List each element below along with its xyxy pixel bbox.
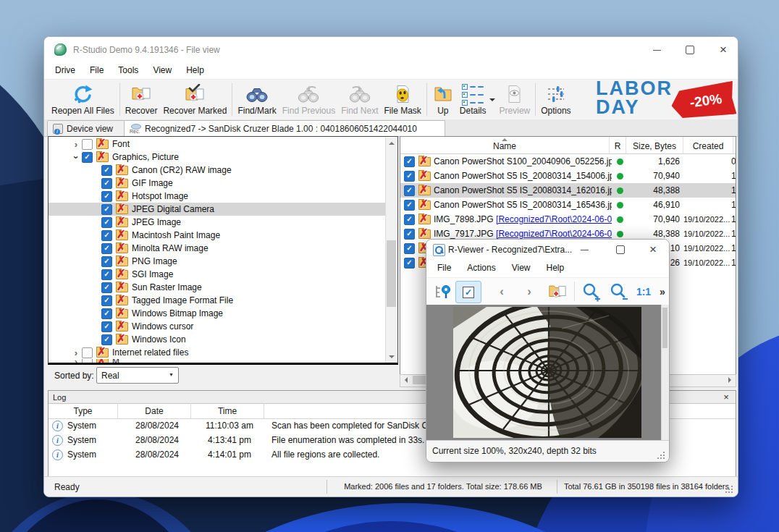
tree-checkbox[interactable] bbox=[101, 295, 112, 306]
column-name[interactable]: Name bbox=[400, 137, 610, 153]
tab-recognized[interactable]: Recognized7 -> SanDisk Cruzer Blade 1.00… bbox=[124, 120, 445, 136]
options-button[interactable]: Options bbox=[538, 83, 573, 117]
log-column-type[interactable]: Type bbox=[49, 403, 118, 418]
tree-item[interactable]: Minolta RAW image bbox=[49, 242, 385, 255]
log-close-icon[interactable]: × bbox=[720, 392, 732, 402]
tree-checkbox[interactable] bbox=[101, 165, 112, 176]
column-r[interactable]: R bbox=[610, 137, 626, 153]
file-checkbox[interactable] bbox=[404, 258, 415, 269]
tree-checkbox[interactable] bbox=[101, 269, 112, 280]
close-button[interactable] bbox=[712, 41, 735, 59]
file-row[interactable]: Canon PowerShot S5 IS_20080314_162016.jp… bbox=[400, 183, 736, 198]
log-column-time[interactable]: Time bbox=[191, 403, 264, 418]
recover-marked-button[interactable]: Recover Marked bbox=[160, 83, 230, 117]
tree-item[interactable]: Macintosh Paint Image bbox=[49, 229, 385, 242]
tree-item[interactable]: Internet related files bbox=[49, 346, 385, 359]
file-row[interactable]: IMG_7898.JPG [Recognized7\Root\2024-06-0… bbox=[400, 212, 736, 227]
viewer-recover-button[interactable] bbox=[545, 281, 570, 302]
file-checkbox[interactable] bbox=[404, 171, 415, 182]
tree-checkbox[interactable] bbox=[101, 243, 112, 254]
viewer-menu-help[interactable]: Help bbox=[539, 259, 573, 277]
tree-checkbox[interactable] bbox=[101, 308, 112, 319]
up-button[interactable]: Up bbox=[429, 83, 457, 117]
menu-drive[interactable]: Drive bbox=[48, 63, 83, 79]
menu-file[interactable]: File bbox=[83, 63, 111, 79]
mark-file-button[interactable] bbox=[455, 281, 481, 303]
file-checkbox[interactable] bbox=[404, 243, 415, 254]
tree-checkbox[interactable] bbox=[101, 256, 112, 267]
viewer-resize-grip[interactable] bbox=[663, 457, 665, 459]
tree-item[interactable]: JPEG Digital Camera bbox=[49, 203, 385, 216]
viewer-menu-view[interactable]: View bbox=[504, 259, 539, 277]
maximize-button[interactable] bbox=[678, 41, 702, 59]
tree-item[interactable]: GIF Image bbox=[49, 177, 385, 190]
preview-button[interactable]: Preview bbox=[497, 83, 534, 117]
viewer-image-scrollbar[interactable] bbox=[661, 305, 669, 440]
tree-scrollbar[interactable] bbox=[385, 138, 397, 363]
menu-view[interactable]: View bbox=[146, 63, 179, 79]
tree-item[interactable]: PNG Image bbox=[49, 255, 385, 268]
details-button[interactable]: Details bbox=[457, 83, 489, 117]
tree-checkbox[interactable] bbox=[82, 139, 93, 150]
find-mark-button[interactable]: Find/Mark bbox=[235, 83, 279, 117]
tree-checkbox[interactable] bbox=[82, 359, 93, 363]
column-created[interactable]: Created bbox=[683, 137, 733, 153]
tree-checkbox[interactable] bbox=[101, 178, 112, 189]
viewer-image-scrollbar-thumb[interactable] bbox=[662, 308, 668, 348]
more-buttons-chevron[interactable]: » bbox=[657, 281, 668, 302]
tree-checkbox[interactable] bbox=[101, 334, 112, 345]
chevron-icon[interactable] bbox=[70, 359, 82, 363]
chevron-icon[interactable] bbox=[71, 151, 82, 163]
tree-checkbox[interactable] bbox=[101, 282, 112, 293]
tree-item[interactable]: Windows Icon bbox=[49, 333, 385, 346]
tree-item[interactable]: Hotspot Image bbox=[49, 190, 385, 203]
file-checkbox[interactable] bbox=[404, 214, 415, 225]
recover-button[interactable]: Recover bbox=[122, 83, 161, 117]
scroll-left-arrow[interactable] bbox=[400, 375, 411, 385]
sorted-by-dropdown[interactable]: Real bbox=[96, 367, 179, 384]
tree-item[interactable]: Font bbox=[49, 138, 385, 151]
tree-item[interactable]: Windows cursor bbox=[49, 320, 385, 333]
file-checkbox[interactable] bbox=[404, 156, 415, 167]
tab-device-view[interactable]: Device view bbox=[47, 120, 128, 136]
tree-checkbox[interactable] bbox=[101, 230, 112, 241]
minimize-button[interactable] bbox=[645, 41, 668, 59]
tree-checkbox[interactable] bbox=[101, 321, 112, 332]
tree-checkbox[interactable] bbox=[82, 152, 93, 163]
mark-position-button[interactable] bbox=[432, 281, 454, 302]
viewer-close-button[interactable] bbox=[644, 242, 662, 258]
zoom-out-button[interactable] bbox=[607, 281, 631, 302]
file-checkbox[interactable] bbox=[404, 185, 415, 196]
viewer-menu-actions[interactable]: Actions bbox=[459, 259, 503, 277]
details-dropdown-caret[interactable] bbox=[489, 98, 495, 104]
tree-scrollbar-thumb[interactable] bbox=[387, 240, 396, 307]
file-path-link[interactable]: [Recognized7\Root\2024-06-07-19: bbox=[496, 214, 612, 224]
column-size[interactable]: Size, Bytes bbox=[626, 137, 683, 153]
reopen-all-files-button[interactable]: Reopen All Files bbox=[49, 83, 117, 117]
actual-size-button[interactable]: 1:1 bbox=[633, 281, 654, 302]
viewer-title-bar[interactable]: R-Viewer - Recognized7\Extra... bbox=[426, 240, 669, 259]
log-column-date[interactable]: Date bbox=[118, 403, 191, 418]
file-checkbox[interactable] bbox=[404, 200, 415, 211]
previous-file-button[interactable]: ‹ bbox=[493, 281, 510, 302]
scroll-down-arrow[interactable] bbox=[386, 352, 397, 363]
find-next-button[interactable]: Find Next bbox=[338, 83, 381, 117]
viewer-minimize-button[interactable] bbox=[575, 242, 594, 258]
viewer-maximize-button[interactable] bbox=[611, 242, 630, 258]
tree-checkbox[interactable] bbox=[101, 191, 112, 202]
file-path-link[interactable]: [Recognized7\Root\2024-06-07-19: bbox=[496, 229, 612, 239]
tree-item[interactable]: Sun Raster Image bbox=[49, 281, 385, 294]
file-checkbox[interactable] bbox=[404, 229, 415, 240]
zoom-in-button[interactable] bbox=[580, 281, 603, 302]
tree-checkbox[interactable] bbox=[101, 217, 112, 228]
file-row[interactable]: Canon PowerShot S5 IS_20080314_165436.jp… bbox=[400, 198, 736, 212]
next-file-button[interactable]: › bbox=[521, 281, 538, 302]
tree-item[interactable]: Windows Bitmap Image bbox=[49, 307, 385, 320]
tree-item[interactable]: SGI Image bbox=[49, 268, 385, 281]
tree-item[interactable]: Graphics, Picture bbox=[49, 151, 385, 164]
tree-checkbox[interactable] bbox=[101, 204, 112, 215]
tree-item[interactable]: JPEG Image bbox=[49, 216, 385, 229]
viewer-menu-file[interactable]: File bbox=[429, 259, 459, 277]
file-mask-button[interactable]: File Mask bbox=[382, 83, 424, 117]
title-bar[interactable]: R-Studio Demo 9.4.191346 - File view bbox=[44, 37, 738, 63]
